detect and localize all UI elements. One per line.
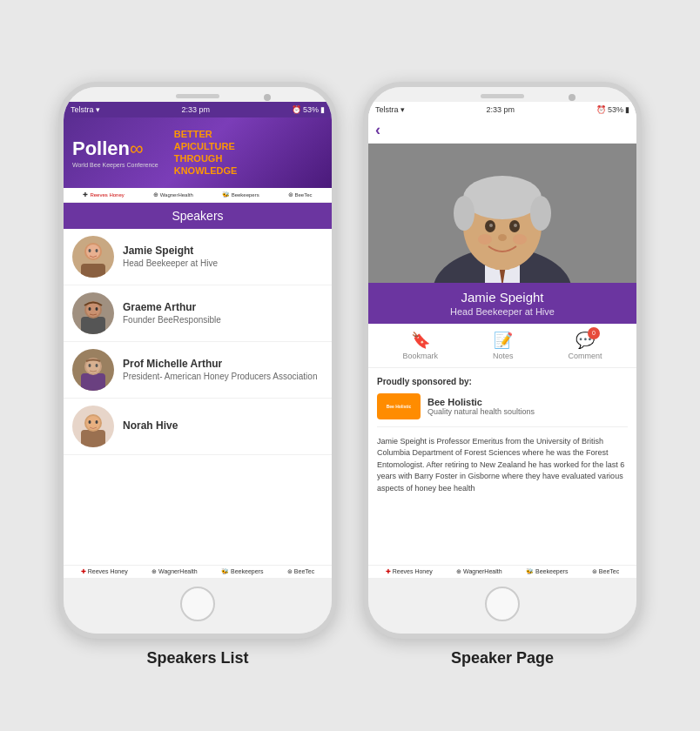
footer-r-sponsor-2-icon: ⊕ (456, 568, 461, 575)
svg-point-28 (530, 196, 551, 231)
carrier-left: Telstra (71, 105, 94, 114)
header-banner: Pollen ∞ World Bee Keepers Conference BE… (64, 117, 332, 188)
phone-bottom-right (368, 578, 636, 634)
svg-rect-5 (81, 317, 105, 334)
speaker-item-4[interactable]: Norah Hive (64, 399, 332, 455)
sponsored-title: Proudly sponsored by: (377, 377, 628, 386)
sponsor-name: Bee Holistic (427, 397, 535, 407)
footer-r-sponsor-1-name: Reeves Honey (393, 568, 433, 574)
sponsor-4: ⊛ BeeTec (288, 191, 313, 198)
left-phone-label: Speakers List (146, 649, 248, 667)
footer-sponsor-1: ✚ Reeves Honey (81, 568, 128, 575)
sponsor-3: 🐝 Beekeepers (222, 191, 259, 198)
svg-point-26 (463, 176, 542, 219)
hero-image (368, 144, 636, 283)
left-phone: Telstra ▾ 2:33 pm ⏰ 53% ▮ Pollen (58, 82, 337, 639)
face-svg-4 (72, 406, 114, 447)
speaker-info-3: Prof Michelle Arthur President- American… (123, 358, 323, 381)
speaker-name-1: Jamie Speight (123, 245, 323, 257)
speaker-list[interactable]: Jamie Speight Head Beekeeper at Hive (64, 229, 332, 565)
footer-r-sponsor-3-icon: 🐝 (526, 568, 534, 575)
footer-bar-right: ✚ Reeves Honey ⊕ WagnerHealth 🐝 Beekeepe… (368, 565, 636, 578)
status-bar-right: Telstra ▾ 2:33 pm ⏰ 53% ▮ (368, 102, 636, 117)
sponsor-card: Bee Holistic Bee Holistic Quality natura… (377, 393, 628, 427)
avatar-1 (72, 236, 114, 278)
status-bar-left: Telstra ▾ 2:33 pm ⏰ 53% ▮ (64, 102, 332, 117)
sponsor-logo-text: Bee Holistic (387, 404, 412, 409)
sponsor-4-name: BeeTec (295, 192, 313, 198)
svg-point-35 (513, 234, 527, 245)
pollen-logo-text: Pollen (72, 139, 130, 158)
sponsor-3-icon: 🐝 (222, 191, 230, 198)
speaker-role-3: President- American Honey Producers Asso… (123, 372, 323, 381)
svg-point-32 (514, 224, 517, 227)
speaker-item-3[interactable]: Prof Michelle Arthur President- American… (64, 342, 332, 399)
bookmark-label: Bookmark (402, 352, 438, 360)
sponsors-bar-top: ✚ Reeves Honey ⊕ WagnerHealth 🐝 Beekeepe… (64, 188, 332, 203)
face-svg-2 (72, 292, 114, 334)
svg-point-9 (96, 307, 98, 311)
status-right-right: ⏰ 53% ▮ (596, 105, 629, 114)
footer-sponsor-2-name: WagnerHealth (158, 568, 198, 574)
wifi-icon-right: ▾ (400, 105, 405, 114)
sponsor-4-icon: ⊛ (288, 191, 293, 198)
notes-action[interactable]: 📝 Notes (493, 331, 514, 360)
home-button-right[interactable] (485, 587, 520, 621)
speaker-left (176, 94, 219, 98)
camera-left (264, 94, 271, 101)
svg-point-13 (89, 364, 91, 367)
phone-top-right (368, 87, 636, 102)
time-right: 2:33 pm (486, 105, 515, 114)
bookmark-icon: 🔖 (411, 331, 430, 350)
speaker-item-2[interactable]: Graeme Arthur Founder BeeResponsible (64, 285, 332, 342)
speaker-details-bar: Jamie Speight Head Beekeeper at Hive (368, 283, 636, 324)
footer-r-sponsor-4: ⊛ BeeTec (592, 568, 619, 575)
comment-label: Comment (568, 352, 602, 360)
status-left-right: Telstra ▾ (375, 105, 405, 114)
footer-r-sponsor-3-name: Beekeepers (535, 568, 568, 574)
svg-point-8 (89, 307, 91, 311)
speaker-role-1: Head Beekeeper at Hive (123, 258, 323, 268)
sponsor-logo: Bee Holistic (377, 393, 421, 419)
action-bar: 🔖 Bookmark 📝 Notes 💬 0 Comment (368, 324, 636, 368)
svg-point-17 (86, 416, 100, 430)
face-svg-3 (72, 349, 114, 391)
footer-sponsor-3: 🐝 Beekeepers (221, 568, 263, 575)
speaker-page-header: ‹ (368, 117, 636, 144)
footer-sponsor-3-name: Beekeepers (231, 568, 263, 574)
svg-point-31 (489, 224, 493, 227)
speaker-bio: Jamie Speight is Professor Emeritus from… (377, 436, 628, 495)
speaker-name-3: Prof Michelle Arthur (123, 358, 323, 370)
footer-sponsor-2: ⊕ WagnerHealth (151, 568, 198, 575)
avatar-2 (72, 292, 114, 334)
battery-icon-right: ▮ (625, 105, 629, 114)
comment-action[interactable]: 💬 0 Comment (568, 331, 602, 360)
pollen-logo: Pollen ∞ World Bee Keepers Conference (72, 137, 158, 168)
content-area: Proudly sponsored by: Bee Holistic Bee H… (368, 368, 636, 565)
left-screen: Telstra ▾ 2:33 pm ⏰ 53% ▮ Pollen (64, 102, 332, 578)
footer-sponsor-4-name: BeeTec (294, 568, 314, 574)
left-phone-wrapper: Telstra ▾ 2:33 pm ⏰ 53% ▮ Pollen (58, 82, 337, 667)
footer-r-sponsor-4-name: BeeTec (599, 568, 619, 574)
svg-point-2 (86, 245, 100, 258)
wifi-icon-left: ▾ (96, 105, 100, 114)
speaker-page-name: Jamie Speight (375, 290, 629, 305)
back-button[interactable]: ‹ (375, 121, 380, 139)
face-svg-1 (72, 236, 114, 278)
phone-top-left (64, 87, 332, 102)
sponsor-info: Bee Holistic Quality natural health soul… (427, 397, 535, 416)
sponsor-2-icon: ⊕ (153, 191, 158, 198)
status-left-left: Telstra ▾ (71, 105, 100, 114)
svg-rect-10 (81, 373, 105, 391)
speaker-item-1[interactable]: Jamie Speight Head Beekeeper at Hive (64, 229, 332, 285)
battery-left: 53% (303, 105, 319, 114)
footer-r-sponsor-2-name: WagnerHealth (463, 568, 502, 574)
svg-rect-15 (81, 430, 105, 447)
bookmark-action[interactable]: 🔖 Bookmark (402, 331, 438, 360)
footer-sponsor-2-icon: ⊕ (151, 568, 157, 575)
right-phone-label: Speaker Page (451, 649, 554, 667)
home-button-left[interactable] (180, 587, 215, 621)
speaker-info-1: Jamie Speight Head Beekeeper at Hive (123, 245, 323, 268)
alarm-icon-right: ⏰ (596, 105, 606, 114)
footer-r-sponsor-3: 🐝 Beekeepers (526, 568, 568, 575)
